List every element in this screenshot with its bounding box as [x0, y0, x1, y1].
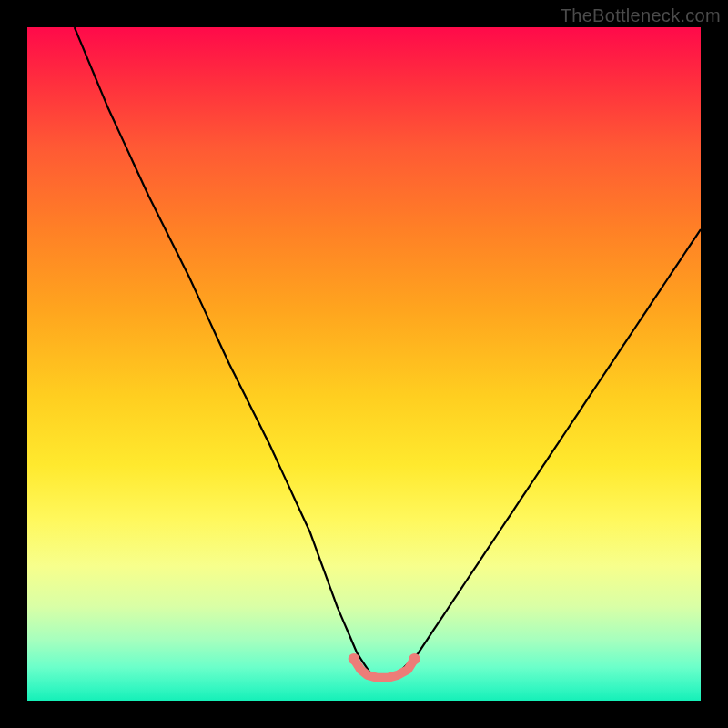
- curve-overlay: [27, 27, 701, 701]
- valley-highlight-endpoint: [349, 653, 359, 664]
- valley-highlight-endpoint: [409, 653, 420, 664]
- watermark-text: TheBottleneck.com: [561, 5, 721, 26]
- chart-frame: TheBottleneck.com: [0, 0, 728, 728]
- plot-area: [27, 27, 701, 701]
- bottleneck-curve: [75, 27, 701, 677]
